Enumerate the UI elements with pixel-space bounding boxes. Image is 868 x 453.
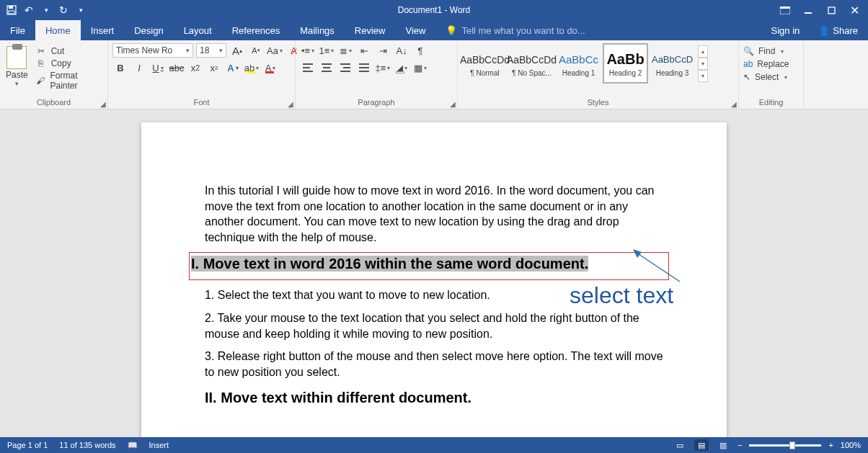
tab-design[interactable]: Design: [124, 20, 173, 40]
style-label: Heading 3: [656, 69, 689, 77]
doc-paragraph[interactable]: 3. Release right button of the mouse and…: [205, 349, 663, 380]
style-heading-2[interactable]: AaBbHeading 2: [603, 43, 648, 84]
sign-in[interactable]: Sign in: [763, 25, 809, 36]
copy-button[interactable]: ⎘Copy: [35, 58, 103, 68]
align-left-button[interactable]: [300, 60, 316, 75]
save-icon[interactable]: [6, 4, 17, 16]
increase-indent-button[interactable]: ⇥: [375, 43, 391, 58]
close-icon[interactable]: ✕: [843, 1, 865, 19]
find-button[interactable]: 🔍Find▾: [743, 46, 789, 56]
share-label: Share: [833, 25, 858, 36]
spellcheck-icon[interactable]: 📖: [128, 441, 138, 450]
select-button[interactable]: ↖Select▾: [743, 72, 789, 82]
replace-label: Replace: [757, 59, 789, 69]
group-styles: AaBbCcDd¶ NormalAaBbCcDd¶ No Spac...AaBb…: [458, 40, 739, 109]
borders-button[interactable]: ▦▾: [412, 60, 428, 75]
font-size-combo[interactable]: 18▾: [196, 43, 226, 58]
status-word-count[interactable]: 11 of 135 words: [59, 441, 115, 449]
font-name-combo[interactable]: Times New Ro▾: [112, 43, 193, 58]
doc-paragraph[interactable]: 1. Select the text that you want to move…: [205, 287, 663, 303]
font-dialog-launcher-icon[interactable]: ◢: [288, 100, 293, 108]
zoom-out-icon[interactable]: −: [738, 441, 742, 449]
style---normal[interactable]: AaBbCcDd¶ Normal: [462, 43, 508, 84]
document-area[interactable]: In this tutorial I will guide how to mov…: [0, 109, 868, 437]
numbering-button[interactable]: 1≡▾: [319, 43, 335, 58]
tab-view[interactable]: View: [395, 20, 435, 40]
doc-heading-2[interactable]: II. Move text within different document.: [205, 390, 663, 406]
print-layout-icon[interactable]: ▤: [694, 439, 709, 451]
grow-font-button[interactable]: A▴: [229, 43, 245, 58]
read-mode-icon[interactable]: ▭: [673, 439, 687, 451]
tab-references[interactable]: References: [222, 20, 290, 40]
doc-heading-1[interactable]: I. Move text in word 2016 within the sam…: [191, 256, 667, 272]
undo-icon[interactable]: ↶: [23, 4, 35, 16]
status-insert-mode[interactable]: Insert: [149, 441, 169, 449]
text-effects-button[interactable]: A▾: [225, 60, 241, 75]
tab-mailings[interactable]: Mailings: [290, 20, 345, 40]
maximize-icon[interactable]: [820, 1, 842, 19]
decrease-indent-button[interactable]: ⇤: [356, 43, 372, 58]
change-case-button[interactable]: Aa▾: [267, 43, 283, 58]
tell-me[interactable]: 💡Tell me what you want to do...: [435, 25, 585, 36]
tab-home[interactable]: Home: [35, 20, 81, 40]
redo-icon[interactable]: ↻: [58, 4, 69, 16]
undo-dropdown-icon[interactable]: ▾: [40, 4, 52, 16]
doc-paragraph[interactable]: 2. Take your mouse to the text location …: [205, 310, 663, 341]
strikethrough-button[interactable]: abc: [169, 60, 185, 75]
sort-button[interactable]: A↓: [394, 43, 409, 58]
gallery-scroll-icon[interactable]: ▴: [698, 45, 708, 58]
gallery-more-icon[interactable]: ▾: [698, 70, 708, 82]
ribbon-tabs: File Home Insert Design Layout Reference…: [0, 20, 868, 40]
paste-button[interactable]: Paste ▾: [4, 43, 32, 87]
tab-insert[interactable]: Insert: [81, 20, 125, 40]
line-spacing-button[interactable]: ‡≡▾: [375, 60, 391, 75]
zoom-level[interactable]: 100%: [841, 441, 861, 449]
share-button[interactable]: 👤Share: [808, 25, 868, 36]
ribbon-display-icon[interactable]: [774, 1, 796, 19]
subscript-button[interactable]: x2: [187, 60, 203, 75]
shrink-font-button[interactable]: A▾: [248, 43, 264, 58]
document-page[interactable]: In this tutorial I will guide how to mov…: [141, 122, 727, 437]
zoom-thumb-icon[interactable]: [789, 441, 795, 449]
zoom-in-icon[interactable]: +: [828, 441, 833, 449]
gallery-scroll-icon[interactable]: ▾: [698, 58, 708, 70]
tab-review[interactable]: Review: [345, 20, 396, 40]
paste-dropdown-icon[interactable]: ▾: [15, 80, 19, 87]
zoom-slider[interactable]: [749, 444, 821, 447]
clipboard-dialog-launcher-icon[interactable]: ◢: [100, 100, 106, 108]
superscript-button[interactable]: x2: [206, 60, 222, 75]
cut-button[interactable]: ✂Cut: [35, 46, 103, 56]
underline-button[interactable]: U▾: [150, 60, 166, 75]
tab-file[interactable]: File: [0, 20, 35, 40]
minimize-icon[interactable]: [797, 1, 819, 19]
web-layout-icon[interactable]: ▥: [716, 439, 730, 451]
align-right-button[interactable]: [337, 60, 353, 75]
doc-paragraph[interactable]: In this tutorial I will guide how to mov…: [205, 183, 663, 245]
align-center-button[interactable]: [319, 60, 335, 75]
font-color-button[interactable]: A▾: [262, 60, 278, 75]
quick-access-toolbar: ↶ ▾ ↻ ▾: [0, 4, 87, 16]
style-label: ¶ No Spac...: [512, 69, 552, 77]
status-page[interactable]: Page 1 of 1: [7, 441, 48, 449]
style-label: Heading 2: [609, 69, 642, 77]
style---no-spac---[interactable]: AaBbCcDd¶ No Spac...: [509, 43, 554, 84]
bold-button[interactable]: B: [112, 60, 128, 75]
bullets-button[interactable]: •≡▾: [300, 43, 316, 58]
show-marks-button[interactable]: ¶: [412, 43, 428, 58]
format-painter-button[interactable]: 🖌Format Painter: [35, 71, 103, 91]
shading-button[interactable]: ◢▾: [394, 60, 409, 75]
qat-customize-icon[interactable]: ▾: [75, 4, 87, 16]
selected-text[interactable]: I. Move text in word 2016 within the sam…: [191, 256, 588, 272]
multilevel-list-button[interactable]: ≣▾: [337, 43, 353, 58]
styles-dialog-launcher-icon[interactable]: ◢: [731, 100, 737, 108]
italic-button[interactable]: I: [131, 60, 147, 75]
tab-layout[interactable]: Layout: [174, 20, 222, 40]
style-heading-1[interactable]: AaBbCcHeading 1: [556, 43, 601, 84]
justify-button[interactable]: [356, 60, 372, 75]
window-controls: ✕: [774, 1, 868, 19]
highlight-button[interactable]: ab▾: [244, 60, 260, 75]
paragraph-dialog-launcher-icon[interactable]: ◢: [450, 100, 456, 108]
paste-icon: [6, 46, 27, 69]
style-heading-3[interactable]: AaBbCcDHeading 3: [650, 43, 695, 84]
replace-button[interactable]: abReplace: [743, 59, 789, 69]
